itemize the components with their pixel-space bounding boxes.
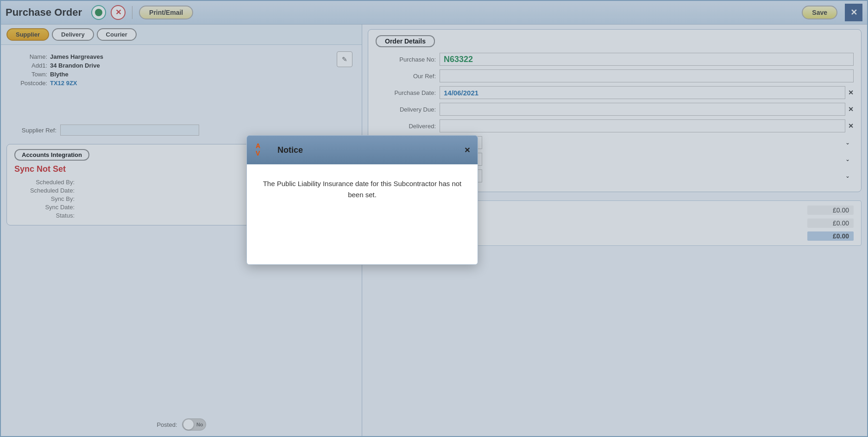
modal-message: The Public Liability Insurance date for … — [263, 180, 462, 199]
modal-header: A V Notice ✕ — [247, 136, 478, 164]
notice-modal: A V Notice ✕ The Public Liability Insura… — [246, 135, 478, 265]
main-window: Purchase Order ✕ Print/Email Save ✕ Supp… — [0, 0, 868, 437]
modal-overlay: A V Notice ✕ The Public Liability Insura… — [1, 1, 867, 436]
modal-body: The Public Liability Insurance date for … — [247, 164, 478, 214]
svg-text:V: V — [256, 150, 260, 157]
svg-text:A: A — [256, 142, 260, 150]
notice-logo-icon: A V — [254, 141, 272, 159]
modal-title: Notice — [277, 145, 459, 155]
modal-close-button[interactable]: ✕ — [464, 146, 470, 155]
